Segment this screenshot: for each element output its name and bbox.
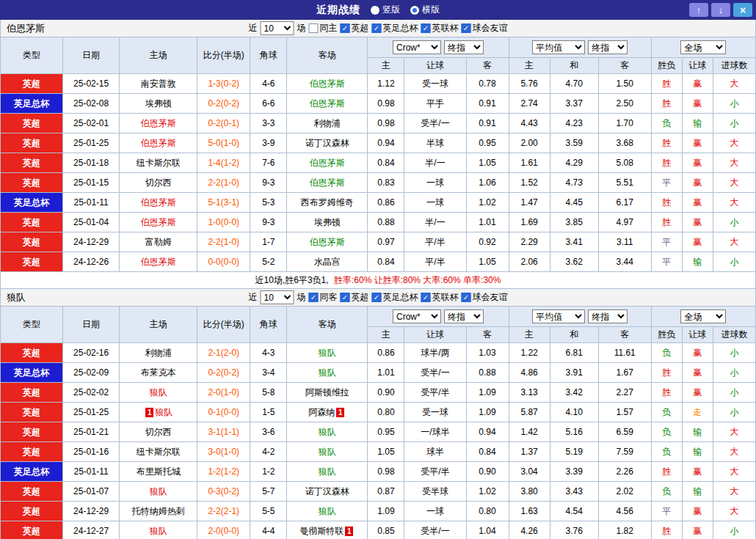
away-team-link[interactable]: 狼队 [287, 442, 368, 462]
home-team-link[interactable]: 埃弗顿 [120, 94, 197, 114]
close-button[interactable]: × [733, 3, 752, 17]
horizontal-layout-radio[interactable] [410, 6, 419, 15]
score-cell[interactable]: 2-2(1-0) [197, 173, 250, 193]
home-team-link[interactable]: 富勒姆 [120, 232, 197, 252]
average-select[interactable]: 平均值 [532, 309, 585, 323]
away-team-link[interactable]: 狼队 [287, 462, 368, 482]
away-team-link[interactable]: 伯恩茅斯 [287, 94, 368, 114]
away-team-link[interactable]: 诺丁汉森林 [287, 482, 368, 502]
bookmaker-select[interactable]: Crow* [393, 40, 441, 54]
same-venue-checkbox[interactable]: ✓ [309, 293, 319, 302]
league-badge[interactable]: 英足总杯 [1, 462, 63, 482]
away-team-link[interactable]: 西布罗姆维奇 [287, 193, 368, 213]
match-count-select[interactable]: 10 [261, 21, 294, 35]
score-cell[interactable]: 1-2(1-2) [197, 462, 250, 482]
home-team-link[interactable]: 1狼队 [120, 403, 197, 422]
competition-checkbox[interactable]: ✓ [462, 293, 471, 302]
average-select[interactable]: 平均值 [532, 40, 585, 54]
away-team-link[interactable]: 阿森纳1 [287, 403, 368, 422]
vertical-layout-label[interactable]: 竖版 [382, 4, 400, 16]
league-badge[interactable]: 英足总杯 [1, 363, 63, 383]
away-team-link[interactable]: 狼队 [287, 343, 368, 363]
away-team-link[interactable]: 狼队 [287, 422, 368, 442]
competition-checkbox[interactable]: ✓ [341, 293, 350, 302]
home-team-link[interactable]: 纽卡斯尔联 [120, 442, 197, 462]
competition-checkbox[interactable]: ✓ [372, 23, 382, 33]
home-team-link[interactable]: 托特纳姆热刺 [120, 502, 197, 521]
horizontal-layout-label[interactable]: 横版 [422, 4, 440, 16]
home-team-link[interactable]: 切尔西 [120, 422, 197, 442]
average-stage-select[interactable]: 终指 [588, 309, 628, 323]
score-cell[interactable]: 2-1(2-0) [197, 343, 250, 363]
score-cell[interactable]: 2-0(0-0) [197, 521, 250, 539]
home-team-link[interactable]: 利物浦 [120, 343, 197, 363]
away-team-link[interactable]: 伯恩茅斯 [287, 232, 368, 252]
odds-stage-select[interactable]: 终指 [444, 309, 484, 323]
away-team-link[interactable]: 阿斯顿维拉 [287, 383, 368, 403]
average-stage-select[interactable]: 终指 [588, 40, 628, 54]
away-team-link[interactable]: 诺丁汉森林 [287, 133, 368, 153]
home-team-link[interactable]: 布莱克本 [120, 363, 197, 383]
league-badge[interactable]: 英超 [1, 383, 63, 403]
league-badge[interactable]: 英超 [1, 114, 63, 133]
league-badge[interactable]: 英超 [1, 442, 63, 462]
scope-select[interactable]: 全场 [680, 309, 726, 323]
score-cell[interactable]: 1-4(1-2) [197, 153, 250, 173]
competition-checkbox[interactable]: ✓ [421, 23, 431, 33]
league-badge[interactable]: 英足总杯 [1, 193, 63, 213]
away-team-link[interactable]: 狼队 [287, 502, 368, 521]
home-team-link[interactable]: 伯恩茅斯 [120, 133, 197, 153]
league-badge[interactable]: 英超 [1, 133, 63, 153]
home-team-link[interactable]: 切尔西 [120, 173, 197, 193]
league-badge[interactable]: 英超 [1, 403, 63, 422]
league-badge[interactable]: 英超 [1, 482, 63, 502]
league-badge[interactable]: 英超 [1, 343, 63, 363]
home-team-link[interactable]: 伯恩茅斯 [120, 114, 197, 133]
away-team-link[interactable]: 狼队 [287, 363, 368, 383]
score-cell[interactable]: 0-2(0-1) [197, 114, 250, 133]
league-badge[interactable]: 英超 [1, 153, 63, 173]
score-cell[interactable]: 0-2(0-2) [197, 363, 250, 383]
home-team-link[interactable]: 布里斯托城 [120, 462, 197, 482]
home-team-link[interactable]: 狼队 [120, 482, 197, 502]
vertical-layout-radio[interactable] [371, 6, 379, 15]
move-down-button[interactable]: ↓ [711, 3, 730, 17]
score-cell[interactable]: 3-0(1-0) [197, 442, 250, 462]
home-team-link[interactable]: 狼队 [120, 383, 197, 403]
league-badge[interactable]: 英超 [1, 74, 63, 94]
league-badge[interactable]: 英足总杯 [1, 94, 63, 114]
league-badge[interactable]: 英超 [1, 252, 63, 272]
move-up-button[interactable]: ↑ [689, 3, 708, 17]
league-badge[interactable]: 英超 [1, 173, 63, 193]
away-team-link[interactable]: 伯恩茅斯 [287, 173, 368, 193]
league-badge[interactable]: 英超 [1, 213, 63, 232]
score-cell[interactable]: 3-1(1-1) [197, 422, 250, 442]
away-team-link[interactable]: 水晶宫 [287, 252, 368, 272]
competition-checkbox[interactable]: ✓ [372, 293, 382, 302]
score-cell[interactable]: 2-2(1-0) [197, 232, 250, 252]
score-cell[interactable]: 5-1(3-1) [197, 193, 250, 213]
away-team-link[interactable]: 伯恩茅斯 [287, 153, 368, 173]
same-venue-checkbox[interactable] [309, 23, 319, 33]
league-badge[interactable]: 英超 [1, 422, 63, 442]
away-team-link[interactable]: 利物浦 [287, 114, 368, 133]
scope-select[interactable]: 全场 [680, 40, 726, 54]
away-team-link[interactable]: 曼彻斯特联1 [287, 521, 368, 539]
score-cell[interactable]: 0-1(0-0) [197, 403, 250, 422]
score-cell[interactable]: 1-3(0-2) [197, 74, 250, 94]
score-cell[interactable]: 5-0(1-0) [197, 133, 250, 153]
home-team-link[interactable]: 伯恩茅斯 [120, 193, 197, 213]
score-cell[interactable]: 0-2(0-2) [197, 94, 250, 114]
score-cell[interactable]: 0-0(0-0) [197, 252, 250, 272]
home-team-link[interactable]: 伯恩茅斯 [120, 252, 197, 272]
bookmaker-select[interactable]: Crow* [393, 309, 441, 323]
odds-stage-select[interactable]: 终指 [444, 40, 484, 54]
away-team-link[interactable]: 伯恩茅斯 [287, 74, 368, 94]
home-team-link[interactable]: 南安普敦 [120, 74, 197, 94]
score-cell[interactable]: 1-0(0-0) [197, 213, 250, 232]
match-count-select[interactable]: 10 [261, 290, 294, 304]
competition-checkbox[interactable]: ✓ [341, 23, 350, 33]
league-badge[interactable]: 英超 [1, 502, 63, 521]
score-cell[interactable]: 2-0(1-0) [197, 383, 250, 403]
home-team-link[interactable]: 狼队 [120, 521, 197, 539]
